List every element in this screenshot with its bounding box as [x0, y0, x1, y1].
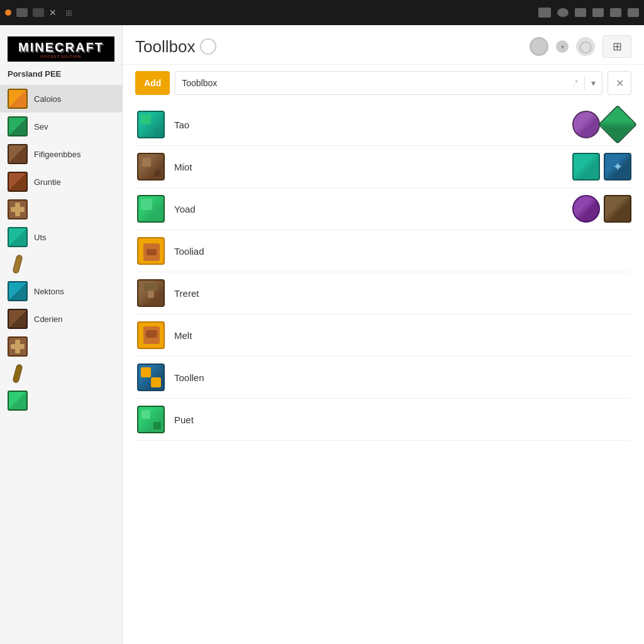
nektons-icon	[8, 281, 28, 301]
main-window: MINECRAFT POCKET EDITION Porsland PEE Ca…	[0, 25, 644, 644]
miot-name: Miot	[174, 162, 566, 172]
add-button[interactable]: Add	[135, 71, 170, 95]
caloios-label: Caloios	[34, 94, 61, 104]
tao-icon-detail	[141, 114, 151, 125]
gruntie-label: Gruntie	[34, 177, 61, 187]
window-dot	[5, 9, 11, 16]
user-avatar[interactable]	[530, 37, 548, 56]
toollen-detail-2	[151, 377, 161, 387]
expand-icon: ⊞	[65, 8, 72, 18]
yoad-icon-detail	[141, 199, 152, 210]
yoad-name: Yoad	[174, 204, 566, 214]
item-row-miot: Miot ✦	[135, 146, 631, 188]
tao-extra-2	[598, 105, 637, 144]
tao-icon-detail2	[155, 128, 161, 135]
yoad-extra-1	[572, 195, 600, 223]
melt-main-icon	[137, 321, 165, 349]
sidebar: MINECRAFT POCKET EDITION Porsland PEE Ca…	[0, 25, 123, 644]
puet-icon-detail	[142, 410, 150, 419]
sidebar-item-uts[interactable]: Uts	[0, 223, 122, 251]
header-action-box[interactable]: ⊞	[602, 35, 631, 58]
search-regex-icon: .*	[567, 79, 584, 87]
minecraft-logo-image: MINECRAFT POCKET EDITION	[8, 36, 114, 62]
user-icon: ◯	[576, 37, 595, 56]
sidebar-item-caloios[interactable]: Caloios	[0, 85, 122, 113]
main-title-wrap: Toollbox	[135, 37, 216, 57]
search-dot[interactable]	[200, 38, 216, 55]
tao-name: Tao	[174, 119, 566, 130]
fifi-icon	[8, 144, 28, 164]
melt-icon-wrap	[135, 319, 167, 351]
miot-main-icon	[137, 153, 165, 180]
miot-icon-detail2	[155, 170, 161, 177]
sidebar-item-stick[interactable]	[0, 251, 122, 277]
tao-icon-wrap	[135, 109, 167, 140]
main-header: Toollbox ▾ ◯ ⊞	[123, 25, 644, 65]
cross2-icon	[8, 336, 28, 357]
sidebar-item-sev[interactable]: Sev	[0, 113, 122, 140]
yoad-extra-icons	[572, 195, 631, 223]
sidebar-item-gruntie[interactable]: Gruntie	[0, 168, 122, 196]
fifi-label: Fifigeenbbes	[34, 150, 80, 159]
minecraft-logo-edition: POCKET EDITION	[41, 55, 82, 58]
top-bar: ✕ ⊞	[0, 0, 644, 25]
miot-extra-icons: ✦	[572, 153, 631, 180]
sidebar-item-nektons[interactable]: Nektons	[0, 277, 122, 305]
box-icon: ⊞	[613, 40, 622, 53]
miot-icon-detail	[142, 158, 151, 167]
item-row-puet: Puet	[135, 399, 631, 441]
sidebar-item-green2[interactable]	[0, 387, 122, 414]
puet-icon-detail2	[153, 422, 161, 430]
nektons-label: Nektons	[34, 287, 64, 296]
minecraft-logo: MINECRAFT POCKET EDITION	[0, 30, 122, 65]
cross1-icon	[8, 199, 28, 219]
top-bar-left: ✕ ⊞	[5, 8, 72, 18]
item-row-yoad: Yoad	[135, 188, 631, 230]
puet-icon-wrap	[135, 404, 167, 435]
close-icon: ✕	[616, 77, 624, 89]
uts-label: Uts	[34, 233, 47, 242]
uts-icon	[8, 227, 28, 247]
close-btn[interactable]: ✕	[49, 8, 57, 18]
minimize-btn[interactable]	[16, 8, 28, 17]
top-bar-right	[538, 8, 639, 18]
minecraft-logo-text: MINECRAFT	[18, 40, 104, 55]
cderien-label: Cderien	[34, 314, 63, 324]
melt-face	[143, 326, 160, 344]
yoad-extra-2	[604, 195, 631, 223]
fullscreen-btn[interactable]	[33, 8, 44, 17]
cderien-icon	[8, 309, 28, 329]
treret-hammer-head	[144, 283, 158, 291]
dropdown-chevron[interactable]: ▾	[556, 40, 569, 53]
tooliad-name: Tooliad	[174, 246, 631, 257]
search-input-wrap: .* ▾	[175, 71, 602, 95]
stick2-icon	[12, 364, 23, 384]
search-input[interactable]	[175, 72, 567, 94]
miot-extra-2: ✦	[604, 153, 631, 180]
sidebar-item-cderien[interactable]: Cderien	[0, 305, 122, 333]
toollen-icon-wrap	[135, 362, 167, 393]
tao-extra-1	[572, 111, 600, 138]
toolbar-icon-2	[557, 8, 569, 17]
item-row-melt: Melt	[135, 314, 631, 357]
toollen-main-icon	[137, 364, 165, 391]
sidebar-item-fifigeenbbes[interactable]: Fifigeenbbes	[0, 140, 122, 168]
treret-main-icon	[137, 279, 165, 307]
melt-name: Melt	[174, 330, 631, 341]
tooliad-face	[143, 243, 160, 261]
search-dropdown-btn[interactable]: ▾	[585, 78, 602, 88]
sidebar-item-stick2[interactable]	[0, 360, 122, 387]
melt-face-detail	[146, 330, 157, 338]
yoad-main-icon	[137, 195, 165, 223]
search-close-btn[interactable]: ✕	[608, 71, 631, 95]
toolbar-icon-4	[592, 8, 604, 17]
miot-icon-wrap	[135, 151, 167, 182]
sidebar-item-cross1[interactable]	[0, 196, 122, 223]
cross-h	[11, 207, 25, 212]
stick2-icon-wrap	[8, 364, 28, 383]
treret-name: Treret	[174, 288, 631, 299]
yoad-icon-wrap	[135, 193, 167, 225]
sidebar-item-cross2[interactable]	[0, 333, 122, 360]
puet-name: Puet	[174, 414, 631, 425]
green2-icon	[8, 391, 28, 411]
